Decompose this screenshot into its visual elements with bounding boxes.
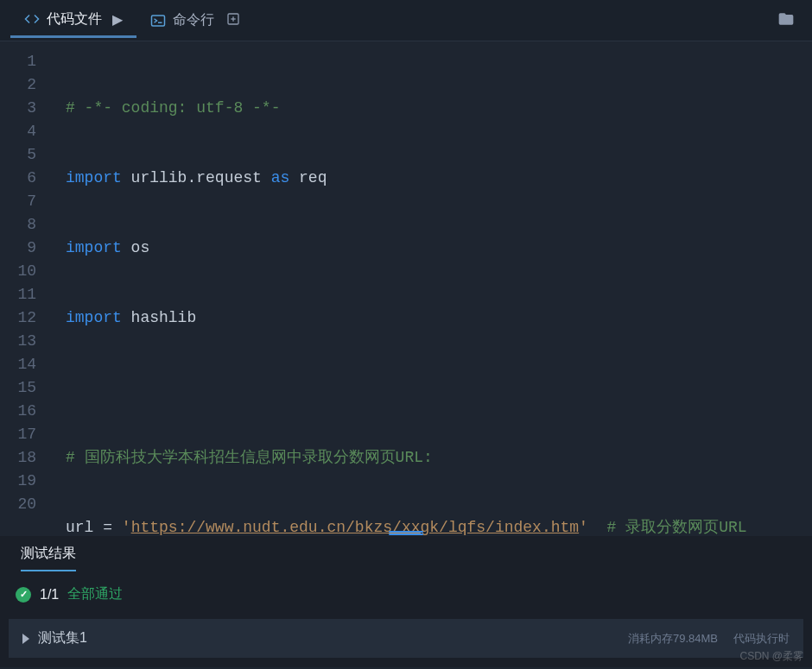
tab-command-line[interactable]: 命令行 [136,4,254,36]
results-panel: 测试结果 ✓ 1/1 全部通过 测试集1 消耗内存79.84MB 代码执行时 [0,536,812,667]
code-area[interactable]: # -*- coding: utf-8 -*- import urllib.re… [48,41,812,529]
grip-icon [389,530,423,535]
tab-label: 代码文件 [47,10,102,28]
test-set-row[interactable]: 测试集1 消耗内存79.84MB 代码执行时 [9,619,803,658]
code-icon [24,11,40,27]
tab-test-results[interactable]: 测试结果 [21,545,76,571]
test-set-label: 测试集1 [38,629,87,647]
check-circle-icon: ✓ [16,587,31,603]
chevron-right-icon [22,634,29,644]
pass-label: 全部通过 [67,585,123,603]
line-gutter: 1234567891011121314151617181920 [0,41,48,529]
tab-label: 命令行 [173,11,214,29]
new-terminal-icon[interactable] [226,12,240,29]
code-editor[interactable]: 1234567891011121314151617181920 # -*- co… [0,41,812,529]
chevron-right-icon: ▶ [112,11,123,28]
results-status-row: ✓ 1/1 全部通过 [0,577,812,612]
top-tab-bar: 代码文件 ▶ 命令行 [0,0,812,41]
svg-rect-0 [152,16,165,26]
terminal-icon [150,13,166,28]
folder-icon[interactable] [771,3,802,38]
tab-code-file[interactable]: 代码文件 ▶ [10,3,136,38]
watermark: CSDN @柔雾 [739,649,803,664]
results-tab-bar: 测试结果 [0,536,812,577]
pass-count: 1/1 [40,587,59,603]
test-meta: 消耗内存79.84MB 代码执行时 [628,631,790,647]
